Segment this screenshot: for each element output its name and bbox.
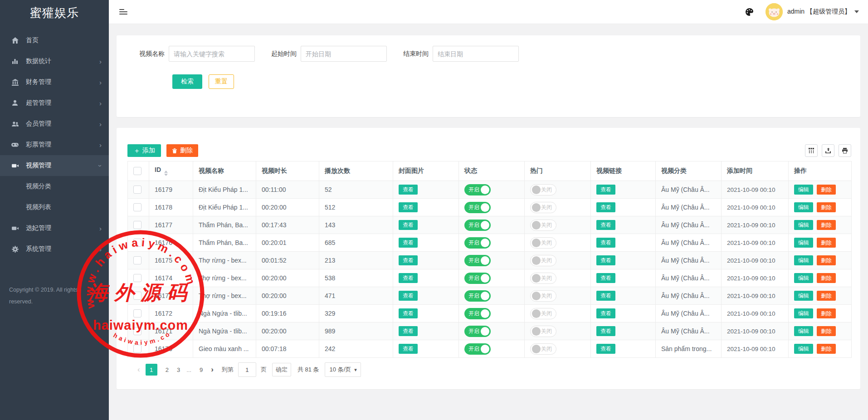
status-toggle-on[interactable]: 开启 (464, 237, 491, 249)
hot-toggle-off[interactable]: 关闭 (530, 237, 556, 249)
row-checkbox[interactable] (133, 239, 141, 247)
view-cover-button[interactable]: 查看 (399, 344, 418, 354)
search-button[interactable]: 检索 (172, 74, 202, 89)
row-checkbox[interactable] (133, 345, 141, 353)
hot-toggle-off[interactable]: 关闭 (530, 290, 556, 302)
page-2-button[interactable]: 2 (166, 366, 169, 373)
hot-toggle-off[interactable]: 关闭 (530, 273, 556, 284)
view-cover-button[interactable]: 查看 (399, 238, 418, 248)
sidebar-item-home[interactable]: 首页 (0, 30, 109, 51)
sidebar-item-members[interactable]: 会员管理 › (0, 113, 109, 134)
goto-confirm-button[interactable]: 确定 (272, 363, 291, 376)
hot-toggle-off[interactable]: 关闭 (530, 343, 556, 355)
delete-button[interactable]: 删除 (817, 238, 836, 248)
status-toggle-on[interactable]: 开启 (464, 343, 491, 355)
reset-button[interactable]: 重置 (209, 74, 234, 89)
batch-delete-button[interactable]: 删除 (166, 144, 198, 157)
view-cover-button[interactable]: 查看 (399, 291, 418, 301)
caret-down-icon[interactable] (854, 10, 859, 13)
edit-button[interactable]: 编辑 (794, 220, 813, 230)
view-link-button[interactable]: 查看 (596, 344, 615, 354)
delete-button[interactable]: 删除 (817, 273, 836, 283)
delete-button[interactable]: 删除 (817, 202, 836, 212)
view-link-button[interactable]: 查看 (596, 308, 615, 318)
view-cover-button[interactable]: 查看 (399, 220, 418, 230)
user-avatar[interactable] (766, 3, 783, 20)
delete-button[interactable]: 删除 (817, 326, 836, 336)
hot-toggle-off[interactable]: 关闭 (530, 202, 556, 213)
theme-palette-icon[interactable] (745, 8, 754, 16)
sidebar-item-concubine[interactable]: 选妃管理 › (0, 218, 109, 239)
delete-button[interactable]: 删除 (817, 220, 836, 230)
view-link-button[interactable]: 查看 (596, 185, 615, 195)
status-toggle-on[interactable]: 开启 (464, 202, 491, 213)
view-link-button[interactable]: 查看 (596, 326, 615, 336)
edit-button[interactable]: 编辑 (794, 291, 813, 301)
view-link-button[interactable]: 查看 (596, 273, 615, 283)
status-toggle-on[interactable]: 开启 (464, 273, 491, 284)
row-checkbox[interactable] (133, 292, 141, 300)
col-id[interactable]: ID (149, 161, 193, 181)
edit-button[interactable]: 编辑 (794, 344, 813, 354)
sidebar-item-video[interactable]: 视频管理 › (0, 155, 109, 176)
sort-icon[interactable] (164, 171, 168, 176)
start-date-input[interactable] (301, 46, 387, 62)
goto-page-input[interactable] (238, 362, 256, 377)
delete-button[interactable]: 删除 (817, 308, 836, 318)
hot-toggle-off[interactable]: 关闭 (530, 326, 556, 337)
user-dropdown[interactable]: admin 【超级管理员】 (787, 8, 851, 16)
view-cover-button[interactable]: 查看 (399, 326, 418, 336)
sidebar-item-superadmin[interactable]: 超管管理 › (0, 93, 109, 113)
row-checkbox[interactable] (133, 203, 141, 211)
status-toggle-on[interactable]: 开启 (464, 255, 491, 266)
delete-button[interactable]: 删除 (817, 344, 836, 354)
edit-button[interactable]: 编辑 (794, 326, 813, 336)
page-size-select[interactable]: 10 条/页▾ (325, 362, 361, 377)
page-9-button[interactable]: 9 (200, 366, 203, 373)
view-link-button[interactable]: 查看 (596, 202, 615, 212)
status-toggle-on[interactable]: 开启 (464, 184, 491, 195)
delete-button[interactable]: 删除 (817, 291, 836, 301)
end-date-input[interactable] (433, 46, 519, 62)
row-checkbox[interactable] (133, 274, 141, 282)
hot-toggle-off[interactable]: 关闭 (530, 220, 556, 231)
video-name-input[interactable] (169, 46, 255, 62)
delete-button[interactable]: 删除 (817, 255, 836, 265)
edit-button[interactable]: 编辑 (794, 238, 813, 248)
select-all-checkbox[interactable] (133, 167, 141, 175)
add-button[interactable]: ＋添加 (127, 144, 161, 157)
row-checkbox[interactable] (133, 256, 141, 264)
row-checkbox[interactable] (133, 327, 141, 335)
edit-button[interactable]: 编辑 (794, 185, 813, 195)
status-toggle-on[interactable]: 开启 (464, 308, 491, 319)
toggle-view-icon[interactable] (805, 144, 818, 157)
view-cover-button[interactable]: 查看 (399, 308, 418, 318)
hot-toggle-off[interactable]: 关闭 (530, 308, 556, 319)
sidebar-subitem-video-category[interactable]: 视频分类 (0, 176, 109, 197)
delete-button[interactable]: 删除 (817, 185, 836, 195)
row-checkbox[interactable] (133, 221, 141, 229)
view-cover-button[interactable]: 查看 (399, 255, 418, 265)
status-toggle-on[interactable]: 开启 (464, 290, 491, 302)
sidebar-item-stats[interactable]: 数据统计 › (0, 51, 109, 72)
edit-button[interactable]: 编辑 (794, 308, 813, 318)
sidebar-item-lottery[interactable]: 彩票管理 › (0, 134, 109, 155)
status-toggle-on[interactable]: 开启 (464, 326, 491, 337)
print-icon[interactable] (839, 144, 851, 157)
edit-button[interactable]: 编辑 (794, 255, 813, 265)
edit-button[interactable]: 编辑 (794, 202, 813, 212)
export-icon[interactable] (822, 144, 834, 157)
edit-button[interactable]: 编辑 (794, 273, 813, 283)
view-link-button[interactable]: 查看 (596, 238, 615, 248)
view-cover-button[interactable]: 查看 (399, 273, 418, 283)
hot-toggle-off[interactable]: 关闭 (530, 184, 556, 195)
view-cover-button[interactable]: 查看 (399, 202, 418, 212)
prev-page-button[interactable]: ‹ (137, 365, 140, 374)
hot-toggle-off[interactable]: 关闭 (530, 255, 556, 266)
page-3-button[interactable]: 3 (177, 366, 180, 373)
next-page-button[interactable]: › (211, 365, 214, 374)
view-cover-button[interactable]: 查看 (399, 185, 418, 195)
status-toggle-on[interactable]: 开启 (464, 220, 491, 231)
view-link-button[interactable]: 查看 (596, 220, 615, 230)
sidebar-item-finance[interactable]: 财务管理 › (0, 72, 109, 93)
